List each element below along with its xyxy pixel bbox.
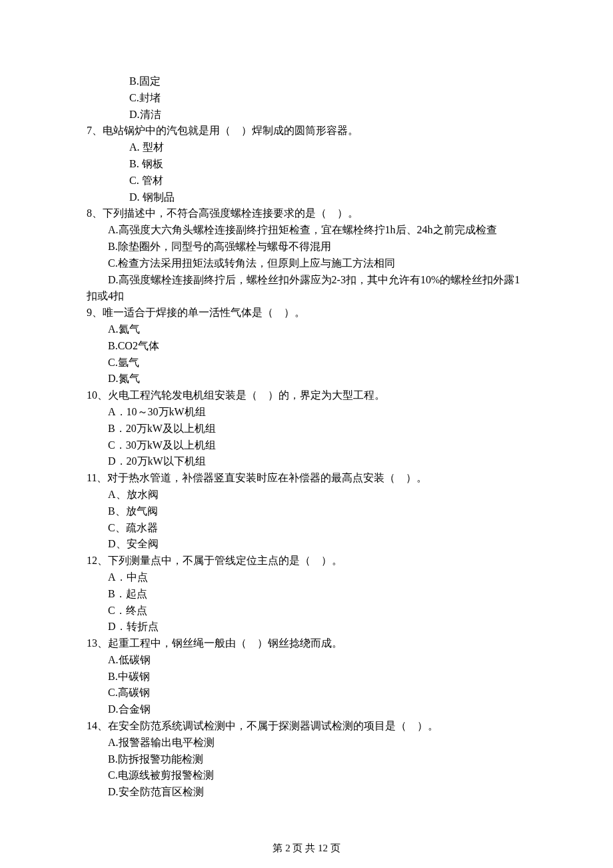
q12-stem: 12、下列测量点中，不属于管线定位主点的是（ ）。	[87, 553, 526, 569]
q11-option-d: D、安全阀	[87, 536, 526, 553]
q13-stem: 13、起重工程中，钢丝绳一般由（ ）钢丝捻绕而成。	[87, 635, 526, 652]
q12-option-d: D．转折点	[87, 619, 526, 635]
q10-option-a: A．10～30万kW机组	[87, 404, 526, 421]
document-page: B.固定 C.封堵 D.清洁 7、电站锅炉中的汽包就是用（ ）焊制成的圆筒形容器…	[0, 0, 613, 868]
q10-stem: 10、火电工程汽轮发电机组安装是（ ）的，界定为大型工程。	[87, 387, 526, 404]
q7-option-c: C. 管材	[87, 173, 526, 189]
q13-option-c: C.高碳钢	[87, 685, 526, 701]
q7-option-a: A. 型材	[87, 139, 526, 156]
q11-option-c: C、疏水器	[87, 520, 526, 537]
q8-stem: 8、下列描述中，不符合高强度螺栓连接要求的是（ ）。	[87, 205, 526, 222]
q13-option-a: A.低碳钢	[87, 652, 526, 669]
q13-option-b: B.中碳钢	[87, 669, 526, 685]
q13-option-d: D.合金钢	[87, 701, 526, 718]
q8-option-a: A.高强度大六角头螺栓连接副终拧扭矩检查，宜在螺栓终拧1h后、24h之前完成检查	[87, 222, 526, 239]
q8-option-d-line2: 扣或4扣	[87, 288, 526, 305]
q14-stem: 14、在安全防范系统调试检测中，不属于探测器调试检测的项目是（ ）。	[87, 718, 526, 735]
q14-option-a: A.报警器输出电平检测	[87, 735, 526, 751]
q11-stem: 11、对于热水管道，补偿器竖直安装时应在补偿器的最高点安装（ ）。	[87, 470, 526, 487]
q11-option-a: A、放水阀	[87, 487, 526, 503]
q12-option-b: B．起点	[87, 586, 526, 603]
q9-option-a: A.氦气	[87, 321, 526, 338]
q11-option-b: B、放气阀	[87, 503, 526, 520]
q9-stem: 9、唯一适合于焊接的单一活性气体是（ ）。	[87, 305, 526, 321]
q7-stem: 7、电站锅炉中的汽包就是用（ ）焊制成的圆筒形容器。	[87, 123, 526, 139]
q9-option-c: C.氩气	[87, 355, 526, 371]
q14-option-b: B.防拆报警功能检测	[87, 751, 526, 768]
q9-option-d: D.氮气	[87, 371, 526, 387]
q12-option-a: A．中点	[87, 569, 526, 586]
q8-option-c: C.检查方法采用扭矩法或转角法，但原则上应与施工方法相同	[87, 255, 526, 272]
q6-option-b: B.固定	[87, 73, 526, 90]
q10-option-c: C．30万kW及以上机组	[87, 437, 526, 454]
q8-option-b: B.除垫圈外，同型号的高强螺栓与螺母不得混用	[87, 239, 526, 255]
q12-option-c: C．终点	[87, 603, 526, 619]
q10-option-d: D．20万kW以下机组	[87, 453, 526, 470]
q7-option-b: B. 钢板	[87, 156, 526, 173]
q8-option-d-line1: D.高强度螺栓连接副终拧后，螺栓丝扣外露应为2-3扣，其中允许有10%的螺栓丝扣…	[87, 272, 526, 289]
page-footer: 第 2 页 共 12 页	[87, 841, 526, 856]
q6-option-c: C.封堵	[87, 90, 526, 107]
q14-option-c: C.电源线被剪报警检测	[87, 767, 526, 784]
q10-option-b: B．20万kW及以上机组	[87, 421, 526, 437]
q14-option-d: D.安全防范盲区检测	[87, 784, 526, 801]
q6-option-d: D.清洁	[87, 107, 526, 123]
q9-option-b: B.CO2气体	[87, 338, 526, 355]
q7-option-d: D. 钢制品	[87, 189, 526, 206]
